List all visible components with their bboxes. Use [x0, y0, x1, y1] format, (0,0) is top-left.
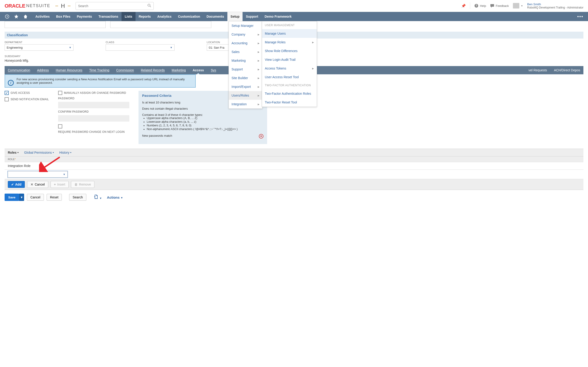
save-button[interactable]: Save: [5, 194, 19, 201]
chevron-right-icon: ▶: [312, 41, 314, 44]
tab-commission[interactable]: Commission: [116, 68, 134, 72]
nav-reports[interactable]: Reports: [136, 12, 154, 21]
nav-transactions[interactable]: Transactions: [95, 12, 121, 21]
sm-login-audit[interactable]: View Login Audit Trail: [262, 55, 317, 64]
chevron-right-icon: ▶: [312, 67, 314, 70]
sm-manage-roles[interactable]: Manage Roles▶: [262, 38, 317, 47]
oracle-logo: ORACLE: [5, 3, 25, 9]
dept-select[interactable]: Engineering ▼: [5, 44, 73, 51]
save-split-button[interactable]: ▼: [19, 194, 24, 201]
chevron-right-icon: ▶: [258, 85, 259, 88]
role-select-dropdown[interactable]: ▼: [8, 171, 68, 177]
tab-time[interactable]: Time Tracking: [89, 68, 109, 72]
add-button[interactable]: ✔Add: [8, 181, 25, 188]
sm-manage-users[interactable]: Manage Users: [262, 29, 317, 38]
company-logo-icon: H: [57, 2, 69, 9]
dd-accounting[interactable]: Accounting▶: [229, 39, 262, 48]
empty-field-1[interactable]: [5, 21, 106, 28]
confirm-password-input[interactable]: [58, 115, 129, 122]
nav-setup[interactable]: Setup: [227, 12, 243, 21]
dd-import-export[interactable]: Import/Export▶: [229, 82, 262, 91]
svg-line-1: [150, 6, 151, 7]
tab-ach[interactable]: ACH/Direct Depos: [554, 68, 580, 72]
chevron-down-icon: ▼: [63, 173, 65, 176]
info-icon: i: [8, 80, 14, 86]
dd-users-roles[interactable]: Users/Roles▶: [229, 91, 262, 100]
nav-lists[interactable]: Lists: [121, 12, 136, 21]
help-link[interactable]: ? Help: [474, 4, 486, 8]
nav-payments[interactable]: Payments: [74, 12, 95, 21]
criteria-4: New passwords match: [142, 134, 172, 137]
nav-demo[interactable]: Demo Framework: [261, 12, 295, 21]
roles-tab-global[interactable]: Global Permissions •: [24, 151, 54, 154]
cancel-role-button[interactable]: ✕Cancel: [27, 181, 48, 188]
tab-hr[interactable]: Human Resources: [56, 68, 82, 72]
tab-travel[interactable]: vel Requests: [528, 68, 547, 72]
sm-2fa-reset[interactable]: Two-Factor Reset Tool: [262, 98, 317, 107]
loc-value: 01: San Fra: [209, 46, 225, 49]
tab-related[interactable]: Related Records: [141, 68, 165, 72]
sm-show-role-diff[interactable]: Show Role Differences: [262, 47, 317, 55]
nav-overflow-icon[interactable]: •••: [577, 14, 583, 19]
chk-send-email[interactable]: [5, 97, 9, 101]
setup-dropdown: Setup Manager Company▶ Accounting▶ Sales…: [229, 21, 262, 109]
nav-support[interactable]: Support: [242, 12, 261, 21]
chk-manual-pwd[interactable]: [58, 91, 62, 95]
global-search[interactable]: [76, 2, 154, 10]
recent-icon[interactable]: [5, 14, 10, 19]
tab-access[interactable]: Access: [193, 68, 204, 72]
nav-documents[interactable]: Documents: [203, 12, 227, 21]
nav-analytics[interactable]: Analytics: [154, 12, 175, 21]
dd-site-builder[interactable]: Site Builder▶: [229, 74, 262, 82]
nav-boxfiles[interactable]: Box Files: [53, 12, 73, 21]
chevron-right-icon: ▶: [258, 94, 259, 97]
roles-tab-history[interactable]: History •: [59, 151, 71, 154]
help-label: Help: [480, 4, 486, 8]
role-value-integration[interactable]: Integration Role: [5, 162, 583, 170]
chevron-right-icon: ▶: [258, 68, 259, 71]
dd-company[interactable]: Company▶: [229, 30, 262, 39]
dd-marketing[interactable]: Marketing▶: [229, 56, 262, 65]
tab-system[interactable]: Sys: [211, 68, 216, 72]
dd-support[interactable]: Support▶: [229, 65, 262, 74]
dd-sales[interactable]: Sales▶: [229, 48, 262, 56]
document-icon[interactable]: ▼: [94, 194, 102, 200]
sm-access-tokens[interactable]: Access Tokens▶: [262, 64, 317, 73]
chk-give-access[interactable]: [5, 91, 9, 95]
roles-tab-roles[interactable]: Roles •: [8, 151, 19, 154]
class-select[interactable]: ▼: [106, 44, 174, 51]
chevron-right-icon: ▶: [258, 59, 259, 62]
star-icon[interactable]: [14, 14, 19, 19]
remove-button[interactable]: 🗑Remove: [71, 181, 95, 188]
dd-integration[interactable]: Integration▶: [229, 100, 262, 108]
search-input[interactable]: [78, 4, 147, 8]
svg-marker-7: [14, 15, 18, 19]
feedback-link[interactable]: Feedback: [490, 4, 509, 8]
home-icon[interactable]: [23, 14, 28, 19]
svg-point-0: [148, 4, 150, 6]
user-name: Ben Smith: [527, 2, 583, 6]
insert-button[interactable]: +Insert: [51, 181, 69, 188]
actions-dropdown[interactable]: Actions ▼: [107, 195, 123, 199]
search-button[interactable]: Search: [69, 194, 86, 201]
divider: [470, 2, 470, 9]
nav-customization[interactable]: Customization: [175, 12, 203, 21]
chk-require-change[interactable]: [58, 124, 62, 128]
empty-field-2[interactable]: [110, 21, 211, 28]
nav-activities[interactable]: Activities: [32, 12, 53, 21]
password-input[interactable]: [58, 102, 129, 108]
search-icon[interactable]: [147, 4, 151, 8]
reset-button[interactable]: Reset: [47, 194, 62, 201]
pin-icon[interactable]: 📌: [461, 4, 466, 8]
criteria-b4: Non-alphanumeric ASCII characters ( !@#$…: [147, 127, 238, 131]
tab-marketing[interactable]: Marketing: [172, 68, 186, 72]
user-menu[interactable]: ▼: [513, 3, 523, 8]
sm-2fa-roles[interactable]: Two-Factor Authentication Roles: [262, 89, 317, 98]
tab-address[interactable]: Address: [37, 68, 49, 72]
cancel-button[interactable]: Cancel: [27, 194, 44, 201]
tab-communication[interactable]: Communication: [8, 68, 30, 72]
dd-setup-manager[interactable]: Setup Manager: [229, 21, 262, 30]
x-icon: ✕: [259, 134, 263, 139]
sm-user-reset[interactable]: User Access Reset Tool: [262, 73, 317, 81]
chevron-right-icon: ▶: [258, 42, 259, 44]
